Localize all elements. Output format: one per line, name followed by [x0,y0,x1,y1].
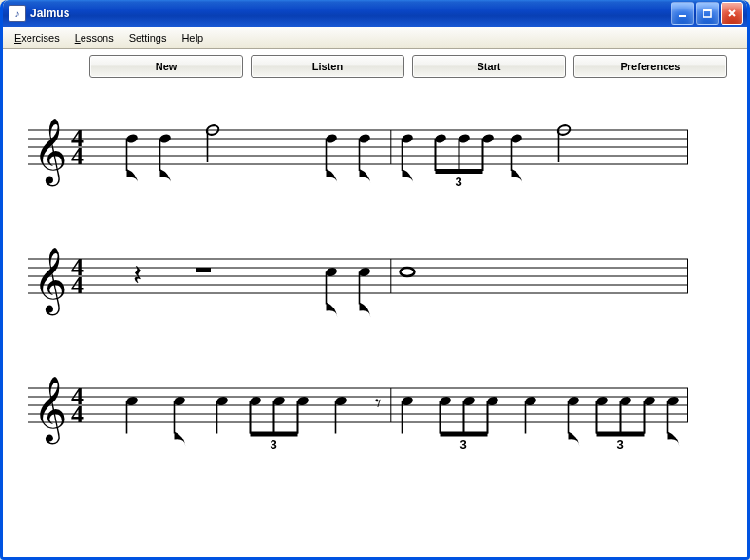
minimize-icon [677,8,688,19]
app-icon: ♪ [9,5,26,22]
close-icon [726,8,738,19]
svg-rect-53 [196,268,211,272]
notation-area: 𝄞443𝄞44𝄽𝄞44𝄾333 [9,97,741,459]
start-button[interactable]: Start [412,55,566,78]
svg-rect-39 [436,169,483,174]
staff-system-3: 𝄞44𝄾333 [28,355,724,459]
svg-text:3: 3 [617,438,624,452]
svg-text:3: 3 [460,438,467,452]
app-window: ♪ Jalmus Exercises Lessons [0,0,750,560]
svg-text:𝄽: 𝄽 [134,266,141,284]
menu-settings[interactable]: Settings [122,29,175,47]
svg-rect-108 [251,432,298,437]
client-area: New Listen Start Preferences 𝄞443𝄞44𝄽𝄞44… [3,48,747,557]
toolbar: New Listen Start Preferences [9,55,741,78]
menu-exercises[interactable]: Exercises [7,29,67,47]
menu-help[interactable]: Help [174,29,211,47]
svg-text:4: 4 [71,271,84,299]
minimize-button[interactable] [671,2,694,25]
svg-text:3: 3 [456,175,462,189]
new-button[interactable]: New [89,55,243,78]
listen-button[interactable]: Listen [251,55,404,78]
svg-rect-0 [679,15,686,17]
window-title: Jalmus [30,7,671,20]
staff-system-1: 𝄞443 [28,97,724,201]
svg-rect-113 [441,432,488,437]
svg-text:𝄞: 𝄞 [33,119,66,187]
window-controls [671,2,743,25]
preferences-button[interactable]: Preferences [573,55,727,78]
staff-system-2: 𝄞44𝄽 [28,226,724,330]
svg-text:3: 3 [271,438,277,452]
svg-text:4: 4 [71,401,84,428]
svg-text:𝄞: 𝄞 [33,248,66,316]
staff-svg: 𝄞443 [28,97,688,201]
menu-lessons[interactable]: Lessons [67,29,122,47]
svg-text:4: 4 [71,142,84,170]
svg-text:𝄞: 𝄞 [33,377,66,445]
staff-svg: 𝄞44𝄽 [28,226,688,330]
titlebar: ♪ Jalmus [3,0,747,27]
svg-rect-2 [703,9,711,11]
svg-point-58 [401,268,415,276]
close-button[interactable] [721,2,743,25]
maximize-icon [702,8,713,19]
svg-rect-118 [597,432,645,437]
menubar: Exercises Lessons Settings Help [3,27,747,49]
staff-svg: 𝄞44𝄾333 [28,355,688,459]
svg-text:𝄾: 𝄾 [375,399,381,408]
maximize-button[interactable] [696,2,719,25]
